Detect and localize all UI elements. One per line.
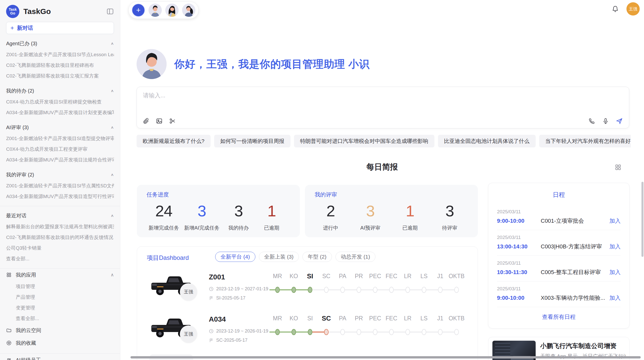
layout-grid-icon[interactable] [614,164,622,171]
list-item[interactable]: C02-飞腾新能源轻客改款项目的闭环通告反馈情况 [6,232,114,243]
phone-icon[interactable] [588,117,595,125]
list-item[interactable]: A034-全新新能源MUV产品开发项目法规符合性评审 [6,155,114,165]
stat-value: 3 [436,201,464,221]
join-button[interactable]: 加入 [609,243,621,250]
stat-review-overdue: 1 已逾期 [396,201,424,231]
microphone-icon[interactable] [602,117,609,125]
list-item[interactable]: Z001-全新燃油轻卡产品开发项目SI节点属性5D文件评审 [6,181,114,191]
section-recent-chats[interactable]: 最近对话 ∧ [6,210,114,221]
list-item[interactable]: A034-全新新能源MUV产品开发项目计划变更表编写 [6,107,114,118]
news-title: 小鹏飞行汽车制造公司增资 [540,342,617,350]
chevron-up-icon: ∧ [111,86,114,96]
join-button[interactable]: 加入 [609,294,621,302]
image-icon[interactable] [156,117,163,125]
suggestion-chip[interactable]: 如何写一份清晰的项目周报 [214,135,290,147]
schedule-event: 2025/03/11 9:00-10:00 C001-立项审批会 加入 [497,199,621,230]
filter-new-platform[interactable]: 全新平台 (4) [215,252,255,262]
list-item[interactable]: Z001-全新燃油轻卡产品开发项目SI造型提交物评审 [6,133,114,144]
stat-my-todo: 3 我的待办 [225,201,253,231]
sidebar-list: Agent已办 (3) ∧ Z001-全新燃油皮卡产品开发项目SI节点Lesso… [6,38,114,360]
paperclip-icon[interactable] [142,117,150,125]
list-item[interactable]: 解释最新出台的欧盟报废车法规再生塑料比例被调至15%... [6,221,114,232]
event-name: C005-整车工程目标评审 [541,268,609,276]
suggestion-chip[interactable]: 当下年轻人对汽车外观有怎样的喜好趋势 [539,135,631,147]
event-time: 9:00-10:00 [497,295,541,301]
avatar[interactable] [182,4,195,17]
event-date: 2025/03/11 [497,235,621,240]
stat-value: 1 [396,201,424,221]
suggestion-chip[interactable]: 比亚迪全固态电池计划具体说了什么 [438,135,536,147]
stat-label: 我的待办 [225,224,253,231]
list-item[interactable]: A034-全新新能源MUV产品开发项目造型可行性评审 [6,191,114,202]
join-button[interactable]: 加入 [609,268,621,276]
send-icon[interactable] [616,117,623,125]
section-agent-done[interactable]: Agent已办 (3) ∧ [6,38,114,49]
stat-ai-prereview: 3 AI预评审 [356,201,384,231]
list-item[interactable]: C0X4-动力总成开发项目工程变更评审 [6,144,114,155]
briefing-left-column: 任务进度 24 新增完成任务 3 新增AI完成任务 3 我的待办 [137,185,478,360]
stat-to-review: 3 待评审 [436,201,464,231]
suggestion-chip[interactable]: 特朗普可能对进口汽车增税会对中国车企造成哪些影响 [294,135,434,147]
sidebar-item-cloud-space[interactable]: 我的云空间 [6,324,114,337]
dates-text: 2023-12-19 ~ 2026-01-19 [216,328,268,334]
app-logo: Task Go [6,5,19,18]
stat-value: 2 [317,201,345,221]
list-item[interactable]: C02-飞腾新能源轻客改款项目里程碑画布 [6,60,114,71]
filter-powertrain[interactable]: 动总开发 (1) [335,252,376,262]
chat-input[interactable] [143,92,623,112]
briefing-right-column: 日程 2025/03/11 9:00-10:00 C001-立项审批会 加入 2… [488,183,630,360]
composer-actions [588,117,623,125]
list-item[interactable]: 公司Q3轻卡销量 [6,243,114,253]
card-title: 任务进度 [147,191,288,199]
owner-badge: 王强 [180,283,197,301]
logo-line2: Go [10,11,15,15]
list-item[interactable]: C0X4-动力总成开发项目SI里程碑提交物检查 [6,97,114,107]
event-name: X003-车辆动力学性能验... [541,294,609,302]
view-all-schedule[interactable]: 查看所有日程 [497,313,621,321]
star-medal-icon [6,340,12,346]
filter-model-year[interactable]: 年型 (2) [302,252,332,262]
sidebar-item-ai-staff[interactable]: AI超级员工 [6,354,114,360]
sidebar-item-favorites[interactable]: 我的收藏 [6,337,114,349]
avatar[interactable] [149,4,162,17]
project-row[interactable]: 王强 Z001 2023-12-19 ~ 2027-01-19 SI-2025-… [137,270,478,312]
scissors-icon[interactable] [169,117,176,125]
flag-icon [209,296,214,301]
project-code: A034 [209,315,226,323]
suggestion-chip[interactable]: 欧洲新规最近颁布了什么? [137,135,211,147]
event-date: 2025/03/11 [497,260,621,266]
agent-switcher: + [128,2,199,19]
view-all-chats[interactable]: 查看全部... [6,253,114,264]
list-item[interactable]: Z001-全新燃油皮卡产品开发项目SI节点Lesson Learn报告 [6,49,114,60]
section-my-review[interactable]: 我的评审 (2) ∧ [6,169,114,181]
section-my-todo[interactable]: 我的待办 (2) ∧ [6,85,114,97]
list-item[interactable]: C02-飞腾新能源轻客改款项目立项汇报方案 [6,71,114,81]
horizontal-scrollbar[interactable] [130,356,641,358]
project-row[interactable]: 王强 A034 2023-12-19 ~ 2026-01-19 SC-2025-… [137,312,478,354]
sidebar-item-project-mgmt[interactable]: 项目管理 [6,281,114,292]
sidebar-item-my-apps[interactable]: 我的应用 ∧ [6,268,114,281]
my-apps-label: 我的应用 [16,268,107,281]
event-date: 2025/03/11 [497,209,621,215]
stat-in-progress: 2 进行中 [317,201,345,231]
user-avatar[interactable]: 王强 [626,2,640,16]
notification-bell-icon[interactable] [612,5,619,12]
filter-new-body[interactable]: 全新上装 (3) [259,252,299,262]
new-chat-button[interactable]: + 新对话 [6,22,114,34]
sidebar-item-change-mgmt[interactable]: 变更管理 [6,303,114,313]
section-ai-review[interactable]: AI评审 (3) ∧ [6,122,114,133]
join-button[interactable]: 加入 [609,217,621,225]
project-dates: 2023-12-19 ~ 2026-01-19 [209,328,268,334]
project-flag: SI-2025-05-17 [209,295,245,301]
dashboard-title: 项目Dashboard [147,254,189,262]
vertical-scrollbar[interactable] [641,182,643,257]
stat-value: 3 [225,201,253,221]
event-time: 13:00-14:30 [497,243,541,250]
sidebar-item-product-mgmt[interactable]: 产品管理 [6,292,114,303]
stat-label: 已逾期 [396,224,424,231]
view-all-apps[interactable]: 查看全部... [6,313,114,324]
add-agent-button[interactable]: + [132,4,145,17]
sidebar-collapse-icon[interactable] [106,8,114,15]
avatar[interactable] [165,4,179,17]
section-title: 我的评审 (2) [6,169,34,181]
